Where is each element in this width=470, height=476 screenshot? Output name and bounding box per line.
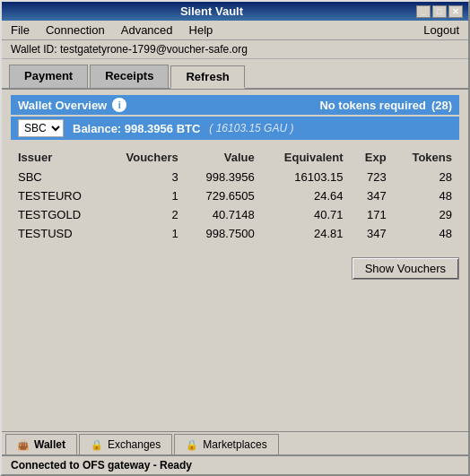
no-tokens-label: No tokens required (319, 99, 425, 112)
table-row: TESTGOLD240.714840.7117129 (11, 205, 459, 224)
cell-vouchers: 3 (105, 168, 186, 186)
menu-connection[interactable]: Connection (42, 22, 109, 38)
main-tab-bar: Payment Receipts Refresh (2, 59, 468, 90)
close-button[interactable]: ✕ (448, 5, 463, 18)
tab-refresh[interactable]: Refresh (170, 65, 244, 89)
window-controls: _ □ ✕ (416, 5, 463, 18)
bottom-tab-exchanges[interactable]: 🔒 Exchanges (79, 434, 172, 454)
cell-issuer: TESTGOLD (11, 205, 105, 224)
balance-text: Balance: 998.3956 BTC (73, 122, 200, 135)
wallet-overview-title: Wallet Overview (18, 99, 107, 112)
cell-value: 729.6505 (186, 186, 262, 205)
cell-equivalent: 24.81 (262, 224, 351, 243)
cell-vouchers: 2 (105, 205, 186, 224)
tab-receipts[interactable]: Receipts (90, 65, 169, 88)
bottom-tab-exchanges-label: Exchanges (108, 438, 161, 451)
exchanges-lock-icon: 🔒 (91, 439, 103, 451)
cell-vouchers: 1 (105, 186, 186, 205)
status-text: Connected to OFS gateway - Ready (11, 459, 192, 472)
wallet-id-bar: Wallet ID: testgatetyrone-1799@voucher-s… (2, 40, 468, 59)
title-bar: Silent Vault _ □ ✕ (2, 2, 468, 21)
info-icon[interactable]: i (112, 98, 126, 112)
cell-tokens: 48 (394, 224, 459, 243)
bottom-tab-marketplaces-label: Marketplaces (203, 438, 266, 451)
show-vouchers-button[interactable]: Show Vouchers (352, 257, 459, 280)
cell-tokens: 48 (394, 186, 459, 205)
cell-value: 998.3956 (186, 168, 262, 186)
minimize-button[interactable]: _ (416, 5, 431, 18)
col-header-value: Value (186, 147, 262, 168)
cell-value: 998.7500 (186, 224, 262, 243)
token-count: (28) (431, 99, 452, 112)
table-row: TESTUSD1998.750024.8134748 (11, 224, 459, 243)
marketplaces-lock-icon: 🔒 (186, 439, 198, 451)
cell-equivalent: 24.64 (262, 186, 351, 205)
cell-value: 40.7148 (186, 205, 262, 224)
cell-equivalent: 16103.15 (262, 168, 351, 186)
menu-file[interactable]: File (7, 22, 33, 38)
col-header-tokens: Tokens (394, 147, 459, 168)
table-row: SBC3998.395616103.1572328 (11, 168, 459, 186)
cell-exp: 347 (351, 186, 394, 205)
maximize-button[interactable]: □ (432, 5, 447, 18)
wallet-overview-bar: Wallet Overview i No tokens required (28… (11, 95, 459, 115)
bottom-tab-wallet[interactable]: 👜 Wallet (5, 434, 77, 454)
cell-exp: 171 (351, 205, 394, 224)
menu-items: File Connection Advanced Help (7, 22, 216, 38)
tab-payment[interactable]: Payment (9, 65, 88, 88)
cell-issuer: SBC (11, 168, 105, 186)
gau-text: ( 16103.15 GAU ) (209, 122, 293, 134)
wallet-icon: 👜 (17, 439, 30, 451)
col-header-issuer: Issuer (11, 147, 105, 168)
balance-bar: SBC Balance: 998.3956 BTC ( 16103.15 GAU… (11, 117, 459, 140)
col-header-exp: Exp (351, 147, 394, 168)
cell-tokens: 29 (394, 205, 459, 224)
voucher-table: Issuer Vouchers Value Equivalent Exp Tok… (11, 147, 459, 243)
bottom-tab-wallet-label: Wallet (34, 438, 65, 451)
main-content: Wallet Overview i No tokens required (28… (2, 90, 468, 248)
window-title: Silent Vault (7, 4, 416, 18)
cell-tokens: 28 (394, 168, 459, 186)
show-vouchers-container: Show Vouchers (2, 248, 468, 285)
cell-exp: 347 (351, 224, 394, 243)
spacer (2, 285, 468, 431)
logout-button[interactable]: Logout (420, 22, 463, 38)
menu-help[interactable]: Help (186, 22, 217, 38)
currency-select[interactable]: SBC (18, 119, 64, 137)
bottom-tab-marketplaces[interactable]: 🔒 Marketplaces (174, 434, 278, 454)
cell-exp: 723 (351, 168, 394, 186)
col-header-equivalent: Equivalent (262, 147, 351, 168)
menu-bar: File Connection Advanced Help Logout (2, 21, 468, 40)
cell-equivalent: 40.71 (262, 205, 351, 224)
status-bar: Connected to OFS gateway - Ready (2, 454, 468, 474)
cell-vouchers: 1 (105, 224, 186, 243)
bottom-tabs: 👜 Wallet 🔒 Exchanges 🔒 Marketplaces (2, 431, 468, 454)
cell-issuer: TESTUSD (11, 224, 105, 243)
cell-issuer: TESTEURO (11, 186, 105, 205)
col-header-vouchers: Vouchers (105, 147, 186, 168)
table-row: TESTEURO1729.650524.6434748 (11, 186, 459, 205)
wallet-id-label: Wallet ID: testgatetyrone-1799@voucher-s… (11, 43, 248, 56)
menu-advanced[interactable]: Advanced (118, 22, 177, 38)
